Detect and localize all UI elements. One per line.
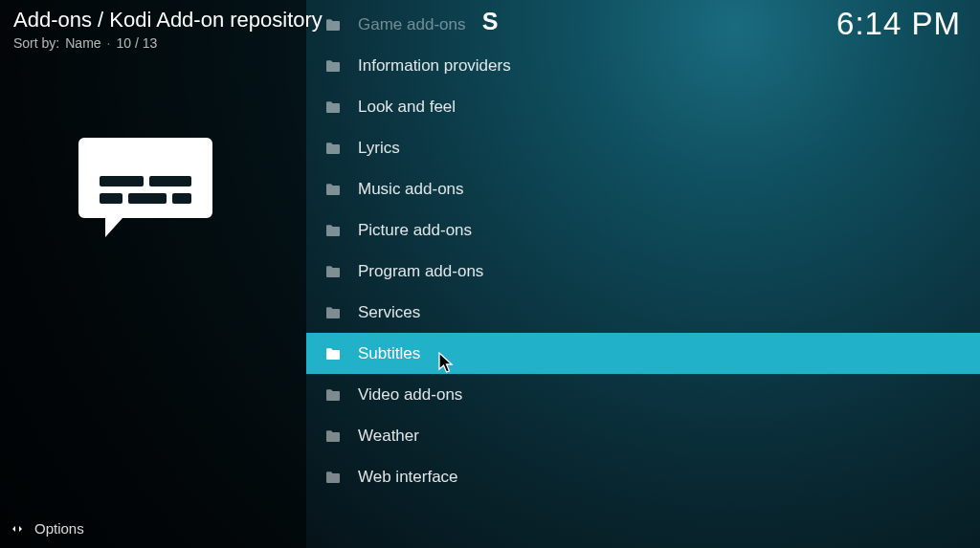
list-item-label: Music add-ons [358,180,464,199]
folder-icon [325,471,341,484]
list-item-label: Services [358,303,420,322]
list-item[interactable]: Music add-ons [306,168,980,209]
folder-icon [325,306,341,319]
breadcrumb: Add-ons / Kodi Add-on repository Sort by… [13,8,323,51]
svg-rect-3 [128,193,167,204]
list-item[interactable]: Services [306,292,980,333]
svg-rect-2 [100,193,122,204]
folder-icon [325,183,341,196]
svg-rect-4 [172,193,191,204]
sort-value: Name [65,35,100,51]
list-item-label: Picture add-ons [358,221,472,240]
folder-icon [325,142,341,155]
list-item[interactable]: Lyrics [306,127,980,168]
sort-separator: · [107,35,111,51]
list-item-label: Information providers [358,56,511,76]
clock: 6:14 PM [836,6,961,42]
options-label: Options [34,520,84,537]
list-item[interactable]: Video add-ons [306,374,980,415]
breadcrumb-text: Add-ons / Kodi Add-on repository [13,8,323,32]
folder-icon [325,265,341,278]
section-letter: S [482,8,499,35]
folder-icon [325,347,341,361]
folder-icon [325,388,341,402]
list-item[interactable]: Weather [306,415,980,456]
list-item-label: Weather [358,427,419,446]
list-item-label: Web interface [358,468,458,487]
list-item[interactable]: Information providers [306,45,980,86]
category-list[interactable]: Game add-onsInformation providersLook an… [306,0,980,497]
svg-rect-0 [100,176,144,186]
folder-icon [325,224,341,237]
list-item[interactable]: Web interface [306,456,980,497]
list-item-label: Game add-ons [358,15,465,34]
list-item-label: Program add-ons [358,262,483,281]
sort-line: Sort by: Name · 10 / 13 [13,35,323,51]
list-item-label: Lyrics [358,139,400,158]
svg-rect-1 [149,176,191,186]
list-item[interactable]: Look and feel [306,86,980,127]
category-thumbnail [78,134,212,230]
list-item[interactable]: Picture add-ons [306,209,980,251]
folder-icon [325,18,341,32]
list-position: 10 / 13 [117,35,158,51]
sort-prefix: Sort by: [13,35,59,51]
folder-icon [325,429,341,443]
list-item[interactable]: Program add-ons [306,251,980,292]
list-item-label: Subtitles [358,344,420,363]
left-panel: Options [0,0,306,548]
list-item[interactable]: Subtitles [306,333,980,374]
list-item-label: Look and feel [358,98,456,117]
options-button[interactable]: Options [10,520,84,537]
list-item-label: Video add-ons [358,385,462,405]
folder-icon [325,59,341,73]
subtitles-icon [78,134,212,239]
options-icon [10,521,25,537]
folder-icon [325,100,341,114]
